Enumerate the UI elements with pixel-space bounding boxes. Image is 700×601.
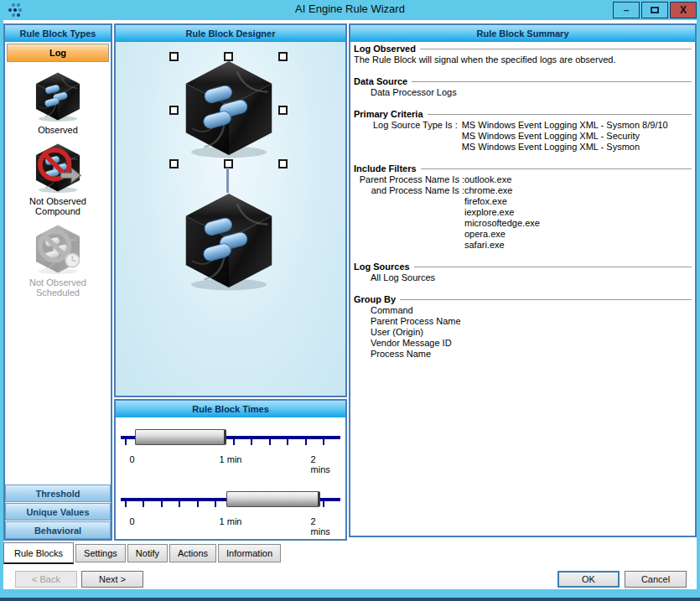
next-button[interactable]: Next > xyxy=(81,571,143,588)
tab-actions[interactable]: Actions xyxy=(169,544,216,562)
rule-type-not-observed-compound[interactable]: Not Observed Compound xyxy=(5,142,111,216)
filter-value: microsoftedge.exe xyxy=(464,218,692,229)
slider-tick-label: 2 mins xyxy=(311,454,331,474)
wizard-tab-strip: Rule Blocks Settings Notify Actions Info… xyxy=(3,542,283,562)
rule-type-accordion: Threshold Unique Values Behavioral xyxy=(5,484,111,539)
wizard-window: AI Engine Rule Wizard – X Rule Block Typ… xyxy=(0,0,700,601)
slider-tick-label: 1 min xyxy=(220,454,242,464)
group-by-value: User (Origin) xyxy=(354,327,692,338)
section-behavioral[interactable]: Behavioral xyxy=(5,521,111,539)
filter-label: Parent Process Name Is : xyxy=(354,174,464,185)
summary-section-primary-criteria: Primary Criteria Log Source Type Is : MS… xyxy=(354,109,692,153)
tab-information[interactable]: Information xyxy=(218,544,281,562)
section-divider xyxy=(412,81,692,82)
title-bar: AI Engine Rule Wizard – X xyxy=(0,0,700,20)
section-unique-values[interactable]: Unique Values xyxy=(5,503,111,521)
selection-handle[interactable] xyxy=(278,159,288,168)
rule-block-node-1[interactable] xyxy=(176,57,282,159)
slider-bar[interactable] xyxy=(226,491,321,507)
maximize-button[interactable] xyxy=(641,2,668,18)
window-title: AI Engine Rule Wizard xyxy=(0,3,700,15)
minimize-icon: – xyxy=(624,4,630,16)
rule-type-label: Not Observed Compound xyxy=(16,196,100,216)
rule-block-times-panel: Rule Block Times 0 1 min 2 mins 0 1 min xyxy=(114,399,347,541)
group-by-value: Parent Process Name xyxy=(354,316,692,327)
criteria-value: MS Windows Event Logging XML - Sysmon 8/… xyxy=(462,120,668,131)
slider-tick-label: 1 min xyxy=(220,516,242,526)
time-slider-1[interactable]: 0 1 min 2 mins xyxy=(121,424,340,471)
maximize-icon xyxy=(651,7,659,13)
back-button: < Back xyxy=(15,571,77,588)
minimize-button[interactable]: – xyxy=(613,2,640,18)
rule-type-label: Observed xyxy=(5,125,111,135)
times-body: 0 1 min 2 mins 0 1 min 2 mins xyxy=(116,417,345,539)
rule-block-node-2[interactable] xyxy=(176,189,282,292)
section-title: Log Sources xyxy=(354,262,410,272)
tab-rule-blocks[interactable]: Rule Blocks xyxy=(3,542,74,564)
cube-not-observed-scheduled-icon xyxy=(30,223,86,275)
filter-label: and Process Name Is : xyxy=(354,185,464,251)
filter-value: chrome.exe xyxy=(464,185,692,196)
rule-block-types-header: Rule Block Types xyxy=(5,25,111,42)
close-icon: X xyxy=(680,4,687,16)
section-description: The Rule Block will signal when the spec… xyxy=(354,54,692,65)
section-title: Log Observed xyxy=(354,44,416,54)
summary-section-include-filters: Include Filters Parent Process Name Is :… xyxy=(354,163,692,251)
rule-block-designer-panel: Rule Block Designer xyxy=(114,23,347,397)
slider-bar[interactable] xyxy=(135,429,226,445)
rule-block-designer-header: Rule Block Designer xyxy=(116,25,345,42)
log-section-button[interactable]: Log xyxy=(7,44,109,62)
group-by-value: Vendor Message ID xyxy=(354,338,692,349)
section-divider xyxy=(420,49,692,49)
cancel-button[interactable]: Cancel xyxy=(625,571,687,588)
designer-canvas[interactable] xyxy=(116,42,345,396)
summary-section-log-observed: Log Observed The Rule Block will signal … xyxy=(354,44,692,65)
rule-block-summary-panel: Rule Block Summary Log Observed The Rule… xyxy=(349,23,697,537)
summary-body: Log Observed The Rule Block will signal … xyxy=(350,42,695,372)
summary-section-log-sources: Log Sources All Log Sources xyxy=(354,262,692,283)
time-slider-2[interactable]: 0 1 min 2 mins xyxy=(121,486,340,533)
rule-type-observed[interactable]: Observed xyxy=(5,70,111,135)
filter-value: firefox.exe xyxy=(464,196,692,207)
section-title: Data Source xyxy=(354,76,407,87)
section-divider xyxy=(428,114,692,115)
criteria-value: MS Windows Event Logging XML - Sysmon xyxy=(462,142,668,153)
rule-block-summary-header: Rule Block Summary xyxy=(350,25,695,42)
slider-tick-label: 0 xyxy=(129,516,134,526)
tab-settings[interactable]: Settings xyxy=(75,544,126,562)
close-button[interactable]: X xyxy=(670,2,697,18)
section-title: Include Filters xyxy=(354,163,417,174)
summary-section-data-source: Data Source Data Processor Logs xyxy=(354,76,692,98)
rule-type-not-observed-scheduled: Not Observed Scheduled xyxy=(5,223,111,298)
filter-value: iexplore.exe xyxy=(464,207,692,218)
section-title: Primary Criteria xyxy=(354,109,423,120)
ok-button[interactable]: OK xyxy=(557,571,620,588)
section-divider xyxy=(400,299,692,300)
filter-value: safari.exe xyxy=(464,240,692,251)
rule-block-times-header: Rule Block Times xyxy=(116,401,345,417)
rule-block-types-panel: Rule Block Types Log Observed Not Observ… xyxy=(3,23,112,541)
filter-value: opera.exe xyxy=(464,229,692,240)
section-divider xyxy=(421,168,692,169)
cube-not-observed-compound-icon xyxy=(30,142,86,194)
section-title: Group By xyxy=(354,294,396,305)
group-by-value: Command xyxy=(354,305,692,316)
filter-value: outlook.exe xyxy=(464,174,692,185)
slider-tick-label: 2 mins xyxy=(311,516,331,536)
cube-observed-icon xyxy=(30,70,86,122)
section-threshold[interactable]: Threshold xyxy=(5,484,111,502)
summary-section-group-by: Group By Command Parent Process Name Use… xyxy=(354,294,692,360)
tab-notify[interactable]: Notify xyxy=(127,544,168,562)
slider-tick-label: 0 xyxy=(129,454,134,464)
rule-type-label: Not Observed Scheduled xyxy=(16,277,100,298)
group-by-value: Process Name xyxy=(354,349,692,360)
data-source-value: Data Processor Logs xyxy=(354,87,692,98)
selection-handle[interactable] xyxy=(169,159,179,168)
criteria-value: MS Windows Event Logging XML - Security xyxy=(462,131,668,142)
criteria-label: Log Source Type Is : xyxy=(373,120,458,153)
wizard-body: Rule Block Types Log Observed Not Observ… xyxy=(3,20,697,589)
section-divider xyxy=(414,267,692,267)
log-sources-value: All Log Sources xyxy=(354,272,692,283)
